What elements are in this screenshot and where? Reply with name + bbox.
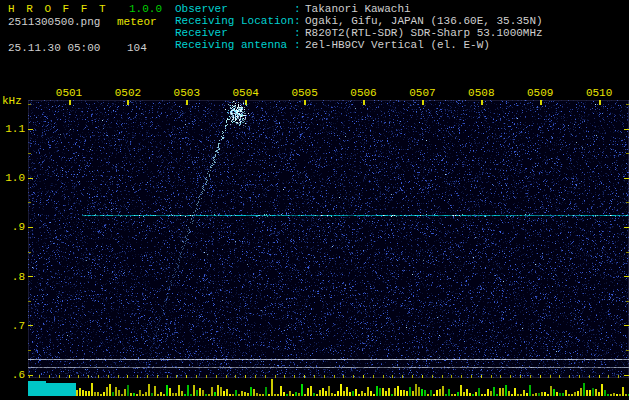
app-version: 1.0.0: [129, 3, 162, 15]
datetime-label: 25.11.30 05:00: [8, 42, 100, 54]
info-value: Ogaki, Gifu, JAPAN (136.60E, 35.35N): [305, 15, 543, 27]
y-tick-label: .8: [0, 271, 25, 283]
x-tick-label: 0508: [466, 87, 496, 99]
info-separator: :: [294, 39, 301, 51]
x-tick-label: 0510: [584, 87, 614, 99]
info-label: Receiving Location: [175, 15, 294, 27]
y-tick-label: .9: [0, 221, 25, 233]
x-tick-label: 0503: [172, 87, 202, 99]
y-tick-label: .6: [0, 369, 25, 381]
info-separator: :: [294, 3, 301, 15]
app-title: H R O F F T: [8, 3, 108, 15]
info-value: 2el-HB9CV Vertical (el. E-W): [305, 39, 490, 51]
info-separator: :: [294, 27, 301, 39]
y-axis-unit-label: kHz: [2, 95, 22, 107]
y-tick-label: .7: [0, 320, 25, 332]
hrofft-screen: H R O F F T 1.0.0 2511300500.png meteor …: [0, 0, 629, 400]
x-tick-label: 0507: [407, 87, 437, 99]
x-tick-label: 0502: [113, 87, 143, 99]
x-tick-label: 0505: [290, 87, 320, 99]
info-value: Takanori Kawachi: [305, 3, 411, 15]
echo-count: 104: [127, 42, 147, 54]
info-label: Observer: [175, 3, 228, 15]
y-tick-label: 1.0: [0, 172, 25, 184]
mode-label: meteor: [117, 16, 157, 28]
x-tick-label: 0501: [54, 87, 84, 99]
signal-level-meter: [28, 378, 629, 398]
output-filename: 2511300500.png: [8, 16, 100, 28]
info-label: Receiver: [175, 27, 228, 39]
info-label: Receiving antenna: [175, 39, 287, 51]
info-value: R820T2(RTL-SDR) SDR-Sharp 53.1000MHz: [305, 27, 543, 39]
x-tick-label: 0506: [349, 87, 379, 99]
spectrogram-canvas: [28, 100, 629, 378]
x-tick-label: 0509: [525, 87, 555, 99]
info-separator: :: [294, 15, 301, 27]
y-tick-label: 1.1: [0, 123, 25, 135]
x-tick-label: 0504: [231, 87, 261, 99]
